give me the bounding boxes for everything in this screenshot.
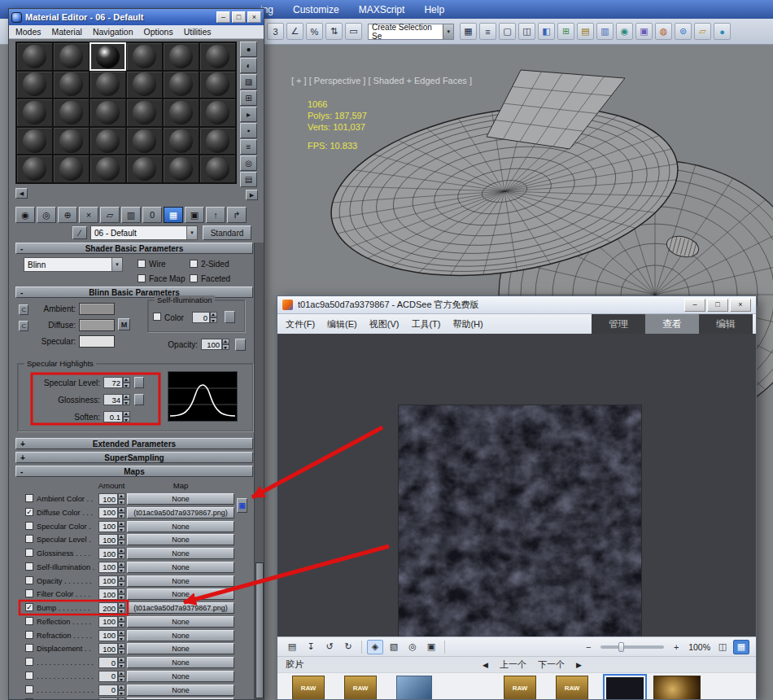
background-icon[interactable]: ▨ (240, 74, 257, 90)
render-setup-icon[interactable]: ⊚ (675, 23, 692, 40)
acdsee-titlebar[interactable]: t01ac9a50d7a9379867 - ACDSee 官方免费版 –□× (277, 296, 756, 314)
select-tool-icon[interactable]: ▧ (386, 640, 402, 654)
material-slot[interactable] (90, 155, 126, 183)
tab-查看[interactable]: 查看 (645, 314, 699, 334)
map-button[interactable]: (t01ac9a50d7a9379867.png) (127, 602, 234, 614)
map-button[interactable]: None (127, 671, 234, 682)
viewport-label[interactable]: [ + ] [ Perspective ] [ Shaded + Edged F… (291, 76, 472, 85)
assign-material-to-selection-icon[interactable]: ⊕ (58, 207, 77, 223)
amount-spinner[interactable] (118, 602, 125, 614)
minimize-button[interactable]: – (216, 11, 230, 23)
material-slot[interactable] (126, 155, 163, 183)
rotate-cw-icon[interactable]: ↻ (340, 640, 356, 654)
map-button[interactable]: None (127, 521, 234, 532)
map-checkbox[interactable] (25, 589, 33, 597)
material-slot[interactable] (163, 71, 199, 99)
selection-filter-icon[interactable]: ▦ (460, 23, 477, 40)
specular-level-map-button[interactable] (134, 377, 144, 388)
diffuse-specular-lock-button[interactable]: ⊂ (19, 321, 28, 331)
map-checkbox[interactable] (25, 562, 33, 571)
material-slot[interactable] (53, 155, 90, 183)
self-illum-value[interactable]: 0 (192, 312, 210, 323)
close-button[interactable]: × (247, 11, 261, 23)
make-preview-icon[interactable]: ▪ (240, 123, 257, 138)
menu-item-material[interactable]: Material (52, 27, 82, 37)
graphite-ribbon-icon[interactable]: ▥ (596, 23, 614, 40)
map-button[interactable]: None (127, 534, 234, 545)
menu-item[interactable]: 视图(V) (369, 318, 400, 330)
maximize-button[interactable]: □ (707, 299, 728, 312)
two-sided-checkbox[interactable] (190, 260, 198, 268)
save-image-icon[interactable]: ↧ (303, 640, 319, 654)
menu-item[interactable]: 编辑(E) (327, 318, 357, 330)
map-checkbox[interactable] (25, 494, 33, 502)
map-checkbox[interactable] (25, 522, 33, 530)
reset-map-icon[interactable]: × (79, 207, 98, 223)
material-slot[interactable] (53, 42, 90, 71)
map-checkbox[interactable]: ✓ (25, 508, 33, 516)
map-checkbox[interactable] (25, 535, 33, 543)
menu-item[interactable]: 帮助(H) (452, 318, 483, 330)
amount-value[interactable]: 0 (98, 657, 118, 668)
map-checkbox[interactable] (25, 549, 33, 557)
menu-item[interactable]: 文件(F) (286, 318, 315, 330)
map-button[interactable]: None (127, 630, 234, 641)
map-button[interactable]: (t01ac9a50d7a9379867.png) (127, 507, 234, 518)
soften-spinner[interactable] (123, 411, 130, 422)
material-slot[interactable] (199, 155, 236, 183)
map-checkbox[interactable] (25, 631, 33, 639)
face-map-checkbox[interactable] (138, 274, 146, 282)
map-checkbox[interactable]: ✓ (25, 603, 33, 611)
self-illum-map-button[interactable] (225, 311, 235, 323)
amount-value[interactable]: 0 (98, 685, 118, 696)
material-id-channel-icon[interactable]: 0 (142, 207, 162, 223)
menu-item[interactable]: Help (424, 4, 444, 15)
material-slot[interactable] (126, 42, 163, 71)
amount-spinner[interactable] (118, 548, 125, 559)
amount-spinner[interactable] (118, 616, 125, 628)
full-screen-icon[interactable]: ▦ (733, 640, 749, 654)
tab-管理[interactable]: 管理 (592, 314, 645, 334)
zoom-level-value[interactable]: 100% (688, 642, 710, 652)
amount-value[interactable]: 100 (98, 562, 118, 573)
pick-material-eyedropper-icon[interactable]: ∕ (72, 226, 87, 239)
actual-size-icon[interactable]: ▣ (423, 640, 439, 654)
map-checkbox[interactable] (25, 658, 33, 666)
selection-region-icon[interactable]: ▢ (499, 23, 516, 40)
diffuse-color-swatch[interactable] (79, 319, 115, 331)
go-forward-to-sibling-icon[interactable]: ↱ (227, 207, 247, 223)
specular-level-value[interactable]: 72 (103, 377, 123, 388)
map-button[interactable]: None (127, 657, 234, 668)
align-icon[interactable]: ⊞ (557, 23, 574, 40)
material-editor-icon[interactable]: ◍ (655, 23, 672, 40)
sample-uv-tiling-icon[interactable]: ⊞ (240, 90, 257, 106)
self-illum-color-checkbox[interactable] (153, 313, 161, 321)
rollout-maps[interactable]: - Maps (15, 466, 253, 477)
amount-value[interactable]: 100 (98, 643, 118, 654)
material-slot[interactable] (16, 155, 53, 183)
filmstrip-thumbnail[interactable] (396, 676, 432, 700)
opacity-value[interactable]: 100 (201, 339, 222, 350)
amount-value[interactable]: 100 (98, 575, 118, 587)
map-checkbox[interactable] (25, 576, 33, 584)
material-slot[interactable] (163, 42, 199, 71)
material-slot[interactable] (16, 98, 53, 127)
amount-value[interactable]: 100 (98, 616, 118, 628)
amount-value[interactable]: 100 (98, 507, 118, 518)
schematic-view-icon[interactable]: ▣ (635, 23, 653, 40)
material-slot[interactable] (16, 127, 53, 155)
rollout-blinn-basic-parameters[interactable]: - Blinn Basic Parameters (15, 287, 253, 298)
map-button[interactable]: None (127, 616, 234, 628)
rendered-frame-icon[interactable]: ▱ (694, 23, 711, 40)
percent-snap-icon[interactable]: % (306, 23, 323, 40)
filmstrip-thumbnail[interactable]: RAW (504, 676, 536, 700)
zoom-tool-icon[interactable]: ◎ (404, 640, 421, 654)
select-by-name-icon[interactable]: ≡ (479, 23, 496, 40)
menu-item-modes[interactable]: Modes (15, 27, 41, 37)
diffuse-map-shortcut-button[interactable]: M (118, 318, 130, 330)
map-button[interactable]: None (127, 548, 234, 559)
show-end-result-icon[interactable]: ▣ (185, 207, 204, 223)
material-map-navigator-icon[interactable]: ▤ (240, 172, 257, 187)
curve-editor-icon[interactable]: ◉ (616, 23, 633, 40)
layer-manager-icon[interactable]: ▤ (577, 23, 594, 40)
